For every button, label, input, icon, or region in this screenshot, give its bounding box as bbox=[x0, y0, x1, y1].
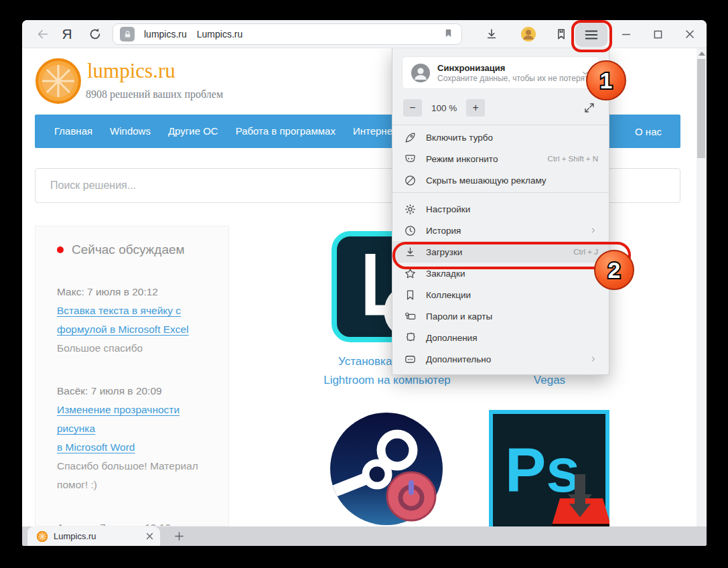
downloads-toolbar-button[interactable] bbox=[483, 25, 500, 43]
menu-item-скрыть-мешающую-рекламу[interactable]: Скрыть мешающую рекламу bbox=[392, 169, 609, 191]
comment-article-link[interactable]: формулой в Microsoft Excel bbox=[57, 320, 208, 339]
power-button-icon bbox=[387, 472, 435, 520]
menu-item-shortcut: Ctrl + Shift + N bbox=[548, 155, 598, 163]
fullscreen-button[interactable] bbox=[581, 99, 598, 117]
annotation-step-1: 1 bbox=[586, 60, 626, 100]
lumpics-logo-icon[interactable] bbox=[35, 58, 81, 104]
sync-avatar-icon bbox=[411, 63, 431, 83]
site-tagline: 8908 решений ваших проблем bbox=[86, 88, 223, 100]
menu-item-label: Скрыть мешающую рекламу bbox=[426, 175, 547, 186]
menu-item-label: Закладки bbox=[426, 269, 465, 279]
menu-item-label: История bbox=[426, 226, 461, 236]
back-icon bbox=[35, 27, 50, 42]
tab-bar: Lumpics.ru bbox=[22, 526, 707, 546]
menu-item-label: Включить турбо bbox=[426, 133, 493, 143]
menu-item-дополнения[interactable]: Дополнения bbox=[392, 327, 609, 348]
zoom-out-button[interactable]: − bbox=[403, 99, 422, 117]
comment-author: Аноним: 7 июля в 19:16 bbox=[57, 518, 208, 526]
lock-icon[interactable] bbox=[120, 27, 135, 42]
comment-text: Большое спасибо bbox=[57, 339, 208, 358]
browser-dropdown-menu: Синхронизация Сохраните данные, чтобы их… bbox=[392, 48, 609, 375]
address-page-title: Lumpics.ru bbox=[197, 29, 242, 40]
red-dot-icon bbox=[57, 246, 64, 253]
close-button[interactable] bbox=[681, 25, 699, 43]
yandex-button[interactable]: Я bbox=[58, 25, 76, 44]
reload-button[interactable] bbox=[86, 25, 104, 43]
sync-title: Синхронизация bbox=[437, 62, 580, 74]
annotation-step-2: 2 bbox=[594, 250, 634, 290]
avatar-icon bbox=[520, 26, 536, 42]
download-icon bbox=[485, 27, 498, 41]
annotation-highlight-menu-button bbox=[571, 20, 612, 52]
nav-item[interactable]: Работа в программах bbox=[236, 125, 336, 137]
expand-icon bbox=[583, 102, 595, 114]
maximize-button[interactable] bbox=[649, 25, 666, 43]
back-button[interactable] bbox=[34, 25, 52, 43]
rocket-icon bbox=[403, 130, 417, 145]
ad-block-icon bbox=[403, 173, 417, 188]
nav-item[interactable]: Главная bbox=[54, 125, 92, 137]
collections-icon bbox=[555, 27, 568, 41]
zoom-in-button[interactable]: + bbox=[466, 99, 485, 117]
menu-item-включить-турбо[interactable]: Включить турбо bbox=[392, 127, 609, 148]
more-icon bbox=[403, 352, 417, 366]
nav-item[interactable]: Интернет bbox=[353, 125, 396, 137]
site-title[interactable]: lumpics.ru bbox=[87, 59, 175, 83]
tab-favicon bbox=[37, 531, 48, 542]
menu-item-дополнительно[interactable]: Дополнительно bbox=[392, 348, 609, 370]
menu-item-label: Коллекции bbox=[426, 290, 471, 300]
page-content: lumpics.ru 8908 решений ваших проблем Гл… bbox=[22, 48, 707, 526]
browser-window: Я lumpics.ru Lumpics.ru bbox=[22, 20, 707, 546]
address-host: lumpics.ru bbox=[144, 29, 187, 40]
photoshop-article-image[interactable]: Ps bbox=[489, 410, 609, 526]
menu-item-label: Пароли и карты bbox=[426, 311, 492, 322]
menu-item-label: Режим инкогнито bbox=[426, 154, 498, 164]
sync-card[interactable]: Синхронизация Сохраните данные, чтобы их… bbox=[402, 56, 599, 89]
profile-avatar[interactable] bbox=[520, 25, 537, 43]
steam-article-image[interactable] bbox=[330, 413, 443, 525]
comment-text: Спасибо большое! Материал bbox=[57, 457, 208, 476]
lightroom-caption-line2[interactable]: Lightroom на компьютер bbox=[317, 374, 457, 387]
comment-article-link[interactable]: Вставка текста в ячейку с bbox=[57, 301, 208, 320]
bookmark-flag-icon[interactable] bbox=[443, 27, 453, 42]
scrollbar-up-arrow[interactable] bbox=[699, 52, 705, 56]
comment-article-link[interactable]: Изменение прозрачности рисунка bbox=[57, 401, 208, 438]
zoom-controls: − 100 % + bbox=[403, 98, 598, 118]
chevron-right-icon bbox=[589, 226, 598, 235]
comment-item: Макс: 7 июля в 20:12Вставка текста в яче… bbox=[57, 283, 208, 358]
gear-icon bbox=[403, 202, 417, 216]
menu-item-коллекции[interactable]: Коллекции bbox=[392, 284, 609, 305]
lightroom-caption-line1[interactable]: Установка bbox=[338, 355, 392, 368]
vegas-caption[interactable]: Vegas bbox=[514, 374, 585, 387]
nav-item[interactable]: Windows bbox=[110, 125, 151, 137]
new-tab-button[interactable] bbox=[167, 526, 191, 546]
nav-item-about[interactable]: О нас bbox=[635, 126, 662, 137]
menu-item-режим-инкогнито[interactable]: Режим инкогнитоCtrl + Shift + N bbox=[392, 148, 609, 169]
comment-item: Аноним: 7 июля в 19:16Как очистить Дирек… bbox=[57, 518, 208, 526]
minimize-button[interactable] bbox=[617, 25, 635, 43]
menu-item-label: Дополнения bbox=[426, 333, 477, 343]
tab-title: Lumpics.ru bbox=[54, 531, 146, 541]
comment-article-link[interactable]: в Microsoft Word bbox=[57, 438, 208, 457]
menu-item-пароли-и-карты[interactable]: Пароли и карты bbox=[392, 305, 609, 327]
menu-item-label: Дополнительно bbox=[426, 354, 491, 364]
address-bar[interactable]: lumpics.ru Lumpics.ru bbox=[113, 23, 462, 45]
zoom-level: 100 % bbox=[431, 103, 457, 113]
incognito-icon bbox=[403, 151, 417, 166]
comment-author: Макс: 7 июля в 20:12 bbox=[57, 283, 208, 301]
plus-icon bbox=[173, 530, 185, 542]
browser-tab[interactable]: Lumpics.ru bbox=[27, 526, 160, 546]
menu-item-история[interactable]: История bbox=[392, 220, 609, 241]
screenshot-stage: Я lumpics.ru Lumpics.ru bbox=[0, 0, 728, 568]
puzzle-icon bbox=[403, 330, 417, 345]
scrollbar-thumb[interactable] bbox=[697, 59, 705, 158]
reload-icon bbox=[88, 27, 102, 42]
menu-item-настройки[interactable]: Настройки bbox=[392, 198, 609, 220]
page-scrollbar[interactable] bbox=[697, 48, 707, 526]
collections-toolbar-button[interactable] bbox=[553, 25, 570, 43]
clock-icon bbox=[403, 223, 417, 238]
svg-text:2: 2 bbox=[608, 257, 621, 283]
tab-close-icon[interactable] bbox=[146, 532, 153, 540]
comment-author: Васёк: 7 июля в 20:09 bbox=[57, 382, 208, 401]
nav-item[interactable]: Другие ОС bbox=[168, 125, 218, 137]
